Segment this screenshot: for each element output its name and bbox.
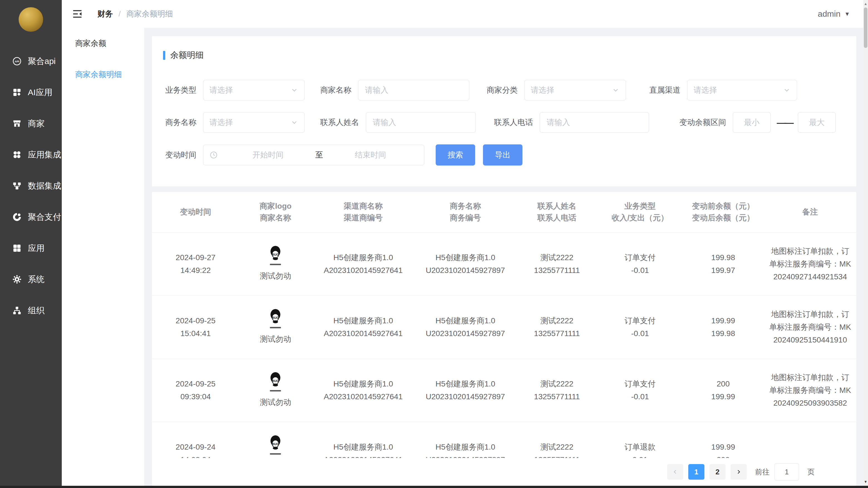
pagination-goto-label: 前往 [755, 467, 770, 477]
filter-merchant-category: 商家分类 请选择 [482, 80, 626, 101]
column-header: 变动时间 [152, 192, 239, 232]
secondary-sidebar: 商家余额 商家余额明细 [62, 28, 145, 486]
cell-merchant: BUG 测试勿动 [239, 296, 312, 359]
pagination-goto-input[interactable] [775, 463, 799, 481]
sidebar-item-organization[interactable]: 组织 [0, 295, 62, 326]
merchant-name-label: 商家名称 [315, 85, 351, 95]
logo-caption [270, 453, 281, 455]
organization-icon [12, 306, 22, 315]
biz-type-placeholder: 请选择 [210, 85, 290, 95]
pagination-prev-button[interactable] [667, 464, 683, 480]
date-range-picker[interactable]: 开始时间 至 结束时间 [203, 145, 424, 165]
scrollbar-thumb[interactable] [864, 7, 867, 48]
filter-change-time: 变动时间 开始时间 至 结束时间 [160, 144, 424, 165]
merchant-name-input[interactable] [358, 80, 469, 100]
cell-merchant: BUG 测试勿动 [239, 232, 312, 296]
merchant-category-select[interactable]: 请选择 [524, 80, 626, 100]
logo-caption [270, 264, 281, 265]
business-name-placeholder: 请选择 [210, 117, 290, 128]
pagination-page-1[interactable]: 1 [688, 464, 705, 480]
pagination: 12 前往 页 [152, 458, 856, 486]
business-name-select[interactable]: 请选择 [203, 112, 305, 133]
cell-remark: 地图标注订单扣款，订单标注服务商编号：MK20240925150441910 [764, 296, 856, 359]
sidebar-item-ai-apps[interactable]: AI应用 [0, 77, 62, 108]
cell-biz-type: 订单支付-0.01 [598, 296, 682, 359]
merchant-logo: BUG [269, 435, 282, 453]
section-title-bar [163, 51, 165, 60]
column-header: 联系人姓名联系人电话 [516, 192, 598, 232]
column-header: 渠道商名称渠道商编号 [312, 192, 415, 232]
sidebar-item-api[interactable]: API 聚合api [0, 45, 62, 77]
payment-icon [12, 212, 22, 222]
contact-phone-input[interactable] [540, 112, 649, 133]
filter-contact-phone: 联系人电话 [489, 112, 649, 133]
cell-biz-type: 订单支付-0.01 [598, 232, 682, 296]
svg-text:BUG: BUG [272, 253, 279, 256]
cell-balance: 200199.99 [682, 359, 764, 422]
table-head-row: 变动时间商家logo商家名称渠道商名称渠道商编号商务名称商务编号联系人姓名联系人… [152, 192, 856, 232]
avatar[interactable] [19, 7, 43, 32]
balance-min-input[interactable] [733, 112, 771, 133]
cell-merchant: BUG 测试勿动 [239, 359, 312, 422]
user-menu[interactable]: admin ▼ [818, 9, 850, 19]
filter-card: 余额明细 业务类型 请选择 商家名称 商家分类 请选择 [152, 36, 856, 186]
sidebar-item-merchant[interactable]: 商家 [0, 108, 62, 139]
cell-channel: H5创建服务商1.0A20231020145927641 [312, 232, 415, 296]
table-row: 2024-09-2515:04:41 BUG 测试勿动 H5创建服务商1.0A2… [152, 296, 856, 359]
submenu-item[interactable]: 商家余额明细 [62, 59, 145, 90]
merchant-logo: BUG [269, 372, 282, 390]
sidebar-item-app-integration[interactable]: 应用集成 [0, 139, 62, 170]
scrollbar-down-arrow[interactable]: ▼ [863, 478, 868, 485]
scrollbar-up-arrow[interactable]: ▲ [863, 0, 868, 7]
column-header: 商务名称商务编号 [414, 192, 516, 232]
cell-change-time: 2024-09-2714:49:22 [152, 232, 239, 296]
column-header: 变动前余额（元）变动后余额（元） [682, 192, 764, 232]
logo-caption [270, 327, 281, 328]
filter-balance-range: 变动余额区间 —— [675, 112, 836, 133]
contact-name-input[interactable] [366, 112, 476, 133]
merchant-logo: BUG [269, 309, 282, 326]
merchant-icon [12, 119, 22, 128]
chevron-down-icon [290, 86, 298, 94]
merchant-category-label: 商家分类 [482, 85, 518, 95]
table-row: 2024-09-2714:49:22 BUG 测试勿动 H5创建服务商1.0A2… [152, 232, 856, 296]
search-button[interactable]: 搜索 [436, 144, 475, 165]
balance-table: 变动时间商家logo商家名称渠道商名称渠道商编号商务名称商务编号联系人姓名联系人… [152, 192, 856, 485]
sidebar-menu: API 聚合api AI应用 商家 应用集成 数据集成 聚合支付 应用 系统 组… [0, 45, 62, 326]
pagination-next-button[interactable] [731, 464, 747, 480]
column-header: 业务类型收入/支出（元） [598, 192, 682, 232]
merchant-logo: BUG [269, 245, 282, 263]
cell-remark: 地图标注订单扣款，订单标注服务商编号：MK20240927144921534 [764, 232, 856, 296]
app-integration-icon [12, 150, 22, 159]
balance-max-input[interactable] [798, 112, 836, 133]
pagination-page-2[interactable]: 2 [709, 464, 725, 480]
cell-change-time: 2024-09-2515:04:41 [152, 296, 239, 359]
sidebar-item-data-integration[interactable]: 数据集成 [0, 170, 62, 202]
menu-fold-icon[interactable] [72, 8, 83, 20]
direct-channel-label: 直属渠道 [644, 85, 681, 95]
submenu-item[interactable]: 商家余额 [62, 28, 145, 59]
cell-channel: H5创建服务商1.0A20231020145927641 [312, 359, 415, 422]
column-header: 备注 [764, 192, 856, 232]
svg-text:BUG: BUG [272, 443, 279, 446]
bottom-edge-bar [0, 486, 868, 488]
section-title-text: 余额明细 [170, 50, 204, 61]
apps-icon [12, 243, 22, 253]
table-row: 2024-09-2509:39:04 BUG 测试勿动 H5创建服务商1.0A2… [152, 359, 856, 422]
range-separator: —— [777, 118, 792, 127]
merchant-category-placeholder: 请选择 [531, 85, 612, 95]
filter-biz-type: 业务类型 请选择 [160, 80, 305, 101]
direct-channel-select[interactable]: 请选择 [687, 80, 797, 100]
biz-type-select[interactable]: 请选择 [203, 80, 305, 100]
cell-channel: H5创建服务商1.0A20231020145927641 [312, 296, 415, 359]
filter-business-name: 商务名称 请选择 [160, 112, 305, 133]
balance-range-label: 变动余额区间 [675, 117, 726, 128]
biz-type-label: 业务类型 [160, 85, 196, 95]
sidebar-item-system[interactable]: 系统 [0, 264, 62, 295]
sidebar-item-apps[interactable]: 应用 [0, 233, 62, 264]
export-button[interactable]: 导出 [483, 144, 523, 165]
cell-business: H5创建服务商1.0U20231020145927897 [414, 359, 516, 422]
sidebar-item-payment[interactable]: 聚合支付 [0, 202, 62, 233]
scrollbar[interactable]: ▲ ▼ [863, 0, 868, 488]
breadcrumb-parent[interactable]: 财务 [97, 9, 113, 19]
